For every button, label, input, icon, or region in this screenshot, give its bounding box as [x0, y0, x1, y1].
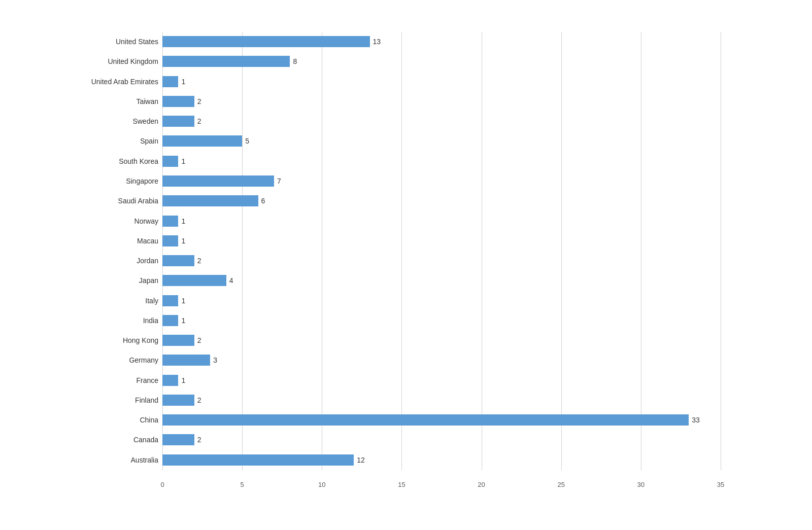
bar-label: China	[64, 416, 158, 424]
bar	[162, 36, 370, 47]
x-tick: 10	[318, 481, 325, 488]
bar	[162, 195, 258, 206]
bar-label: Finland	[64, 396, 158, 404]
bar-row: United Kingdom8	[162, 52, 721, 71]
bar-label: Norway	[64, 217, 158, 225]
bar-label: Canada	[64, 436, 158, 444]
bar	[162, 96, 194, 107]
bar-row: Macau1	[162, 231, 721, 251]
bar-wrapper: 5	[162, 134, 721, 148]
bar-wrapper: 6	[162, 194, 721, 208]
bar-value: 7	[277, 177, 281, 185]
x-tick: 20	[478, 481, 485, 488]
bar-row: Norway1	[162, 211, 721, 231]
bar-value: 1	[181, 157, 185, 165]
bar-value: 2	[197, 97, 201, 105]
bar-value: 2	[197, 396, 201, 404]
bar-label: India	[64, 316, 158, 325]
bar-row: Hong Kong2	[162, 331, 721, 350]
bar-row: United Arab Emirates1	[162, 72, 721, 91]
bar-row: Jordan2	[162, 251, 721, 270]
bar-label: Taiwan	[64, 97, 158, 105]
bar	[162, 454, 354, 466]
bar-label: United Kingdom	[64, 57, 158, 65]
chart-container: United States13United Kingdom8United Ara…	[61, 17, 751, 514]
bar-wrapper: 2	[162, 393, 721, 407]
bar-value: 3	[213, 356, 217, 364]
bar-label: Saudi Arabia	[64, 197, 158, 205]
x-axis: 05101520253035	[162, 473, 721, 488]
bar-wrapper: 1	[162, 234, 721, 248]
bar-label: Italy	[64, 297, 158, 305]
bar-row: Saudi Arabia6	[162, 191, 721, 210]
bar-row: Spain5	[162, 131, 721, 151]
bar	[162, 135, 242, 147]
bar	[162, 355, 210, 366]
bar	[162, 315, 178, 326]
bar	[162, 414, 689, 426]
bar-label: Macau	[64, 237, 158, 245]
bar-label: France	[64, 376, 158, 384]
bar-label: Australia	[64, 456, 158, 464]
bar-value: 2	[197, 436, 201, 444]
bar-wrapper: 4	[162, 273, 721, 288]
bar-value: 2	[197, 336, 201, 344]
bar	[162, 116, 194, 127]
bar	[162, 335, 194, 346]
bar-value: 5	[245, 137, 249, 145]
bar	[162, 434, 194, 445]
bar-label: South Korea	[64, 157, 158, 165]
bar-wrapper: 2	[162, 433, 721, 447]
bar-label: Japan	[64, 276, 158, 285]
bar-row: United States13	[162, 32, 721, 51]
bar-label: Singapore	[64, 177, 158, 185]
bar-value: 12	[357, 456, 365, 464]
bar	[162, 76, 178, 87]
bar-wrapper: 1	[162, 75, 721, 89]
bar-value: 1	[181, 297, 185, 305]
bar-wrapper: 1	[162, 154, 721, 168]
bar-row: Japan4	[162, 271, 721, 290]
bar	[162, 56, 290, 67]
x-tick: 25	[557, 481, 564, 488]
bar-value: 8	[293, 57, 297, 65]
bar-label: United States	[64, 38, 158, 46]
x-tick: 5	[241, 481, 244, 488]
bar-value: 2	[197, 257, 201, 265]
bar-value: 1	[181, 316, 185, 325]
bar-wrapper: 12	[162, 453, 721, 467]
bar	[162, 255, 194, 266]
chart-area: United States13United Kingdom8United Ara…	[162, 32, 721, 488]
bar	[162, 175, 274, 187]
bar-label: Spain	[64, 137, 158, 145]
bar	[162, 216, 178, 227]
bar-value: 4	[229, 276, 233, 285]
bar-wrapper: 13	[162, 34, 721, 49]
bar-label: Hong Kong	[64, 336, 158, 344]
bar-label: Jordan	[64, 257, 158, 265]
bar-value: 1	[181, 237, 185, 245]
bar-value: 1	[181, 78, 185, 86]
bar-row: Germany3	[162, 350, 721, 370]
bar	[162, 235, 178, 246]
bar-wrapper: 1	[162, 294, 721, 308]
grid-line	[721, 32, 721, 470]
bar-wrapper: 3	[162, 353, 721, 367]
bar-wrapper: 8	[162, 54, 721, 68]
bar-row: Taiwan2	[162, 92, 721, 111]
bar-value: 1	[181, 217, 185, 225]
bar-wrapper: 1	[162, 373, 721, 387]
bar-value: 6	[261, 197, 265, 205]
x-tick: 0	[160, 481, 164, 488]
bar	[162, 295, 178, 306]
bar-row: Italy1	[162, 291, 721, 310]
bar-row: China33	[162, 410, 721, 430]
bar-wrapper: 2	[162, 254, 721, 268]
bar-value: 1	[181, 376, 185, 384]
bar-label: United Arab Emirates	[64, 78, 158, 86]
x-tick: 15	[398, 481, 405, 488]
bar-label: Germany	[64, 356, 158, 364]
bar-row: France1	[162, 371, 721, 390]
bar-value: 13	[373, 38, 381, 46]
bar-wrapper: 1	[162, 313, 721, 328]
